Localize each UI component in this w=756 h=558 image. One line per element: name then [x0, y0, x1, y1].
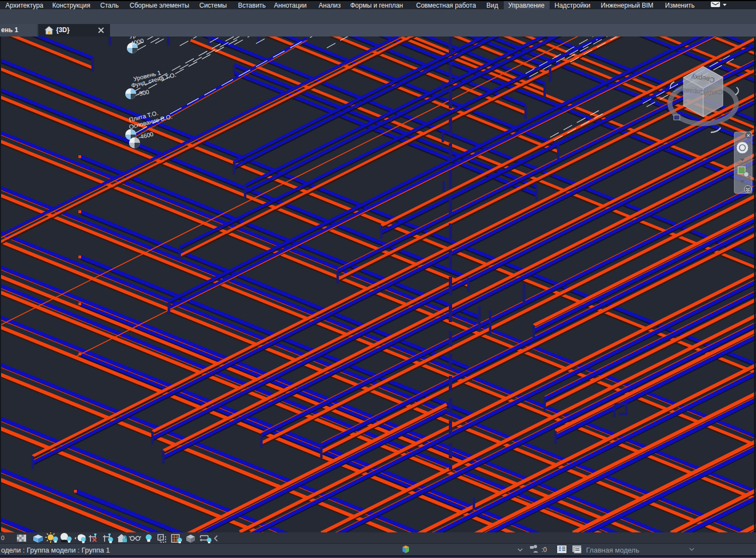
svg-text:✕: ✕ [746, 133, 751, 138]
svg-text:0: 0 [1, 535, 4, 541]
svg-text::0: :0 [541, 546, 547, 554]
